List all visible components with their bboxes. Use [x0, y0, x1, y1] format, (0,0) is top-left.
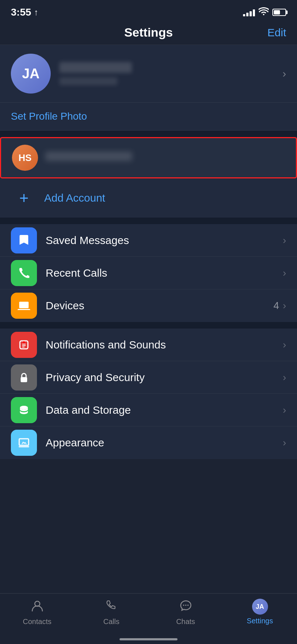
devices-row[interactable]: Devices 4 ›: [0, 289, 297, 322]
tab-calls[interactable]: Calls: [74, 599, 148, 626]
set-profile-photo-section: Set Profile Photo: [0, 103, 297, 131]
data-storage-row[interactable]: Data and Storage ›: [0, 394, 297, 426]
svg-rect-3: [22, 344, 26, 344]
menu-section-2: Notifications and Sounds › Privacy and S…: [0, 329, 297, 459]
privacy-row[interactable]: Privacy and Security ›: [0, 361, 297, 394]
nav-bar: Settings Edit: [0, 22, 297, 45]
privacy-icon-bg: [11, 364, 37, 391]
notifications-row[interactable]: Notifications and Sounds ›: [0, 329, 297, 361]
profile-row[interactable]: JA ›: [0, 45, 297, 103]
battery-icon: [272, 9, 286, 16]
calls-tab-icon: [105, 599, 118, 615]
tab-chats[interactable]: Chats: [148, 599, 223, 626]
page-title: Settings: [124, 25, 173, 40]
section-divider-1: [0, 131, 297, 137]
notifications-label: Notifications and Sounds: [46, 339, 283, 351]
contacts-tab-label: Contacts: [23, 618, 51, 626]
svg-point-7: [20, 406, 28, 409]
tab-settings[interactable]: JA Settings: [223, 599, 297, 625]
add-icon: +: [11, 185, 37, 211]
wifi-icon: [259, 7, 269, 17]
second-account-row[interactable]: HS: [0, 137, 297, 178]
profile-name: [59, 62, 132, 73]
menu-section-1: Saved Messages › Recent Calls › Devices …: [0, 224, 297, 322]
devices-chevron: ›: [283, 300, 286, 311]
notifications-icon-bg: [11, 332, 37, 358]
bookmark-icon: [16, 233, 32, 248]
recent-calls-label: Recent Calls: [46, 267, 283, 279]
data-icon: [16, 402, 32, 418]
devices-badge: 4: [273, 300, 279, 311]
svg-rect-5: [22, 347, 25, 347]
laptop-icon: [16, 298, 32, 313]
second-account-info: [45, 152, 285, 164]
chevron-right-icon: ›: [283, 67, 286, 80]
status-bar: 3:55 ↑: [0, 0, 297, 22]
svg-rect-8: [19, 439, 29, 445]
calls-tab-label: Calls: [103, 618, 119, 626]
lock-icon: [16, 370, 32, 385]
devices-icon-bg: [11, 293, 37, 319]
saved-messages-row[interactable]: Saved Messages ›: [0, 224, 297, 257]
section-divider-3: [0, 322, 297, 329]
saved-messages-label: Saved Messages: [46, 234, 283, 247]
recent-calls-row[interactable]: Recent Calls ›: [0, 257, 297, 289]
chats-tab-icon: [179, 599, 193, 615]
avatar: JA: [11, 54, 51, 94]
svg-point-12: [185, 604, 187, 606]
privacy-chevron: ›: [283, 372, 286, 383]
saved-messages-icon-bg: [11, 227, 37, 253]
section-divider-2: [0, 218, 297, 224]
notifications-chevron: ›: [283, 339, 286, 351]
appearance-icon: [16, 435, 32, 450]
appearance-chevron: ›: [283, 437, 286, 449]
edit-button[interactable]: Edit: [267, 26, 286, 39]
profile-phone: [59, 77, 117, 85]
phone-icon: [16, 265, 32, 281]
profile-info: [59, 62, 279, 85]
data-icon-bg: [11, 397, 37, 423]
svg-point-2: [23, 341, 25, 343]
svg-point-13: [187, 604, 189, 606]
add-account-label: Add Account: [44, 192, 105, 204]
second-account-avatar: HS: [12, 145, 38, 171]
tab-contacts[interactable]: Contacts: [0, 599, 74, 626]
status-time: 3:55: [11, 7, 31, 18]
svg-rect-0: [19, 302, 29, 308]
saved-messages-chevron: ›: [283, 235, 286, 246]
add-account-row[interactable]: + Add Account: [0, 178, 297, 218]
svg-point-11: [183, 604, 184, 606]
appearance-label: Appearance: [46, 437, 283, 449]
privacy-label: Privacy and Security: [46, 371, 283, 384]
appearance-row[interactable]: Appearance ›: [0, 426, 297, 459]
recent-calls-icon-bg: [11, 260, 37, 286]
svg-rect-4: [22, 345, 26, 346]
tab-bar: Contacts Calls Chats JA Settings: [0, 593, 297, 644]
second-account-name: [45, 152, 132, 161]
recent-calls-chevron: ›: [283, 267, 286, 279]
settings-tab-avatar: JA: [252, 599, 268, 615]
data-storage-chevron: ›: [283, 404, 286, 416]
location-icon: ↑: [34, 7, 38, 17]
contacts-tab-icon: [30, 599, 44, 615]
accounts-section: HS + Add Account: [0, 137, 297, 218]
signal-bars-icon: [243, 8, 255, 16]
chats-tab-label: Chats: [176, 618, 195, 626]
set-profile-photo-button[interactable]: Set Profile Photo: [11, 111, 87, 122]
settings-tab-label: Settings: [247, 617, 273, 625]
devices-label: Devices: [46, 300, 273, 312]
appearance-icon-bg: [11, 430, 37, 456]
svg-rect-6: [21, 377, 27, 382]
data-storage-label: Data and Storage: [46, 404, 283, 416]
notifications-icon: [16, 337, 32, 352]
home-indicator: [120, 638, 177, 640]
status-icons: [243, 7, 286, 17]
